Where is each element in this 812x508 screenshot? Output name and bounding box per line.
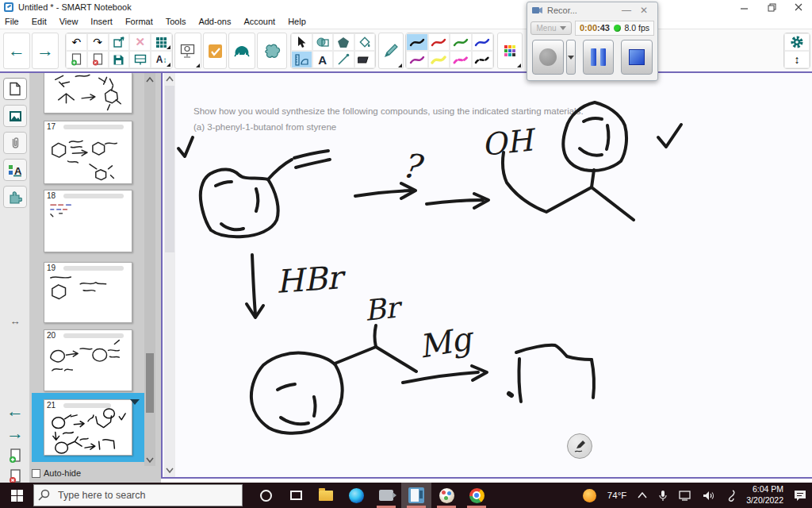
- save-button[interactable]: [109, 51, 130, 68]
- shapes-tool-button[interactable]: [312, 33, 334, 51]
- move-sidebar-button[interactable]: ↔: [4, 311, 26, 330]
- menu-tools[interactable]: Tools: [159, 14, 193, 29]
- recorder-title-bar[interactable]: Recor... — ✕: [527, 2, 657, 18]
- pen-black-swatch[interactable]: [406, 33, 428, 51]
- line-tool-button[interactable]: [333, 51, 354, 68]
- previous-page-button[interactable]: ←: [4, 402, 26, 421]
- network-tray-button[interactable]: [673, 483, 697, 508]
- canvas-scroll-up-icon[interactable]: [164, 74, 175, 85]
- edge-button[interactable]: [341, 483, 371, 508]
- task-view-button[interactable]: [281, 483, 311, 508]
- recorder-menu-button[interactable]: Menu: [530, 21, 572, 35]
- recorder-close-button[interactable]: ✕: [635, 5, 653, 16]
- auto-hide-checkbox[interactable]: [32, 469, 40, 478]
- minimize-button[interactable]: [731, 0, 758, 14]
- delete-page-button[interactable]: [87, 51, 109, 68]
- pen-blue-swatch[interactable]: [472, 33, 494, 51]
- recorder-taskbar-button[interactable]: [371, 483, 401, 508]
- weather-widget[interactable]: [577, 483, 602, 508]
- pen-red-swatch[interactable]: [428, 33, 450, 51]
- tab-page-sorter[interactable]: [3, 78, 27, 100]
- screen-shade-button[interactable]: [129, 51, 151, 68]
- tab-addons[interactable]: [3, 186, 27, 208]
- customize-toolbar-button[interactable]: [784, 33, 810, 51]
- menu-help[interactable]: Help: [282, 14, 312, 29]
- menu-view[interactable]: View: [53, 14, 85, 29]
- pen-green-swatch[interactable]: [450, 33, 472, 51]
- record-options-button[interactable]: [566, 40, 576, 75]
- page-thumbnail-20[interactable]: 20: [44, 329, 132, 391]
- back-button[interactable]: ←: [3, 33, 30, 69]
- pen-black-dash-swatch[interactable]: [472, 51, 494, 68]
- tray-overflow-button[interactable]: [632, 483, 653, 508]
- menu-account[interactable]: Account: [237, 14, 282, 29]
- select-tool-button[interactable]: [291, 33, 312, 51]
- fill-tool-button[interactable]: [354, 33, 376, 51]
- tab-properties[interactable]: A: [3, 159, 27, 181]
- undo-button[interactable]: ↶: [66, 33, 87, 51]
- pen-yellow-swatch[interactable]: [428, 51, 450, 68]
- creative-pen-button[interactable]: [497, 33, 523, 69]
- add-page-sidebar-button[interactable]: [4, 446, 26, 465]
- insert-table-button[interactable]: [151, 33, 172, 51]
- pen-tool-button[interactable]: [378, 33, 404, 69]
- menu-insert[interactable]: Insert: [84, 14, 119, 29]
- canvas-scrollbar[interactable]: [164, 73, 175, 477]
- eraser-tool-button[interactable]: [354, 51, 376, 68]
- forward-button[interactable]: →: [32, 33, 59, 69]
- pen-magenta-swatch[interactable]: [406, 51, 428, 68]
- search-input[interactable]: [58, 490, 224, 501]
- export-page-button[interactable]: [109, 33, 130, 51]
- recorder-minimize-button[interactable]: —: [618, 5, 635, 16]
- scroll-down-icon[interactable]: [144, 455, 155, 466]
- response-button[interactable]: [203, 33, 227, 69]
- scroll-up-icon[interactable]: [144, 75, 155, 86]
- menu-addons[interactable]: Add-ons: [192, 14, 237, 29]
- tab-gallery[interactable]: [3, 105, 27, 127]
- redo-button[interactable]: ↷: [87, 33, 109, 51]
- menu-format[interactable]: Format: [119, 14, 159, 29]
- canvas-scrollbar-thumb[interactable]: [165, 86, 174, 252]
- pen-pink-swatch[interactable]: [450, 51, 472, 68]
- move-toolbar-button[interactable]: ↕: [784, 51, 810, 68]
- smart-notebook-taskbar-button[interactable]: [401, 483, 431, 508]
- windows-ink-button[interactable]: [720, 483, 741, 508]
- thumbnail-scrollbar[interactable]: [144, 73, 155, 466]
- menu-edit[interactable]: Edit: [25, 14, 53, 29]
- action-center-button[interactable]: [788, 483, 812, 508]
- file-explorer-button[interactable]: [311, 483, 341, 508]
- text-style-button[interactable]: A↕: [151, 51, 172, 68]
- polygon-tool-button[interactable]: [333, 33, 354, 51]
- add-page-button[interactable]: [66, 51, 87, 68]
- notebook-canvas[interactable]: Show how you would synthesize the follow…: [161, 73, 812, 479]
- volume-tray-button[interactable]: [697, 483, 720, 508]
- start-button[interactable]: [0, 483, 33, 508]
- smart-lab-button[interactable]: [228, 33, 255, 69]
- temperature[interactable]: 74°F: [602, 483, 632, 508]
- screen-capture-button[interactable]: [174, 33, 201, 69]
- delete-button[interactable]: ✕: [129, 33, 151, 51]
- text-tool-button[interactable]: A: [312, 51, 334, 68]
- microphone-tray-button[interactable]: [653, 483, 673, 508]
- close-button[interactable]: [785, 0, 812, 14]
- auto-hide-control[interactable]: Auto-hide: [32, 468, 81, 478]
- restore-button[interactable]: [758, 0, 785, 14]
- page-thumbnail-18[interactable]: 18: [44, 190, 132, 252]
- smart-recorder-window[interactable]: Recor... — ✕ Menu 0:00:43 8.0 fps: [527, 2, 658, 81]
- page-thumbnail-21[interactable]: 21: [44, 399, 132, 456]
- measurement-tools-button[interactable]: [291, 51, 312, 68]
- whiteboard-app-button[interactable]: [431, 483, 462, 508]
- page-menu-arrow[interactable]: [130, 399, 140, 405]
- taskbar-search[interactable]: [33, 484, 243, 506]
- next-page-button[interactable]: →: [4, 424, 26, 443]
- activity-builder-button[interactable]: [257, 33, 287, 69]
- cortana-button[interactable]: [251, 483, 281, 508]
- scrollbar-thumb[interactable]: [146, 353, 154, 413]
- pause-button[interactable]: [583, 40, 615, 75]
- menu-file[interactable]: File: [0, 14, 25, 29]
- page-thumbnail-16[interactable]: [44, 73, 132, 114]
- canvas-scroll-down-icon[interactable]: [164, 465, 175, 476]
- chrome-button[interactable]: [462, 483, 492, 508]
- stop-button[interactable]: [621, 40, 653, 75]
- record-button[interactable]: [532, 40, 564, 75]
